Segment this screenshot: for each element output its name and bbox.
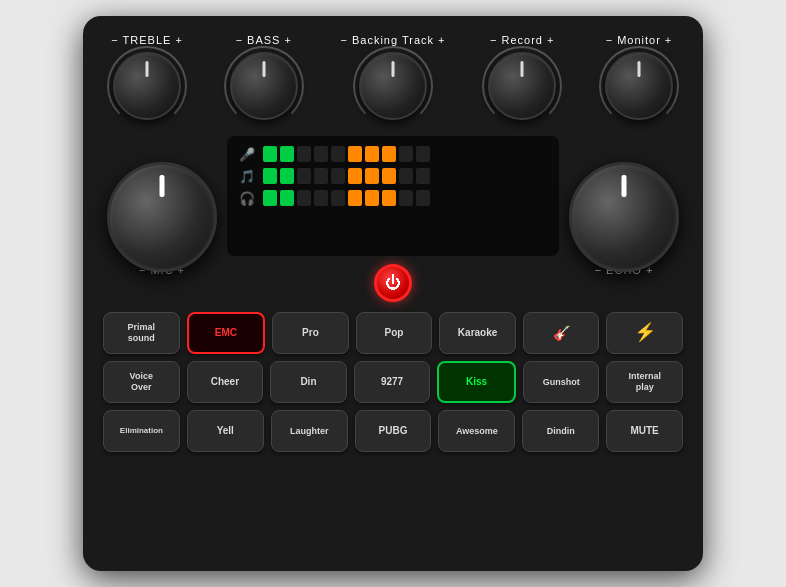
treble-knob-group: − TREBLE + [107,34,187,126]
awesome-button[interactable]: Awesome [438,410,515,452]
bass-label-text: BASS [247,34,280,46]
vu-bar [314,168,328,184]
lightning-icon: ⚡ [634,322,656,344]
bass-knob[interactable] [230,52,298,120]
bass-label: − BASS + [236,34,292,46]
power-button[interactable] [374,264,412,302]
cheer-button[interactable]: Cheer [187,361,264,403]
button-row-2: VoiceOver Cheer Din 9277 Kiss Gunshot In… [103,361,683,403]
headphone-icon: 🎧 [239,191,255,206]
record-knob[interactable] [488,52,556,120]
middle-section: − MIC + 🎤 [103,136,683,302]
vu-row-headphone: 🎧 [239,190,547,206]
vu-bar [382,190,396,206]
vu-bar [365,190,379,206]
backing-track-knob-outer [353,46,433,126]
vu-bar [263,168,277,184]
vu-bar [416,190,430,206]
backing-track-knob[interactable] [359,52,427,120]
laughter-button[interactable]: Laughter [271,410,348,452]
voice-over-button[interactable]: VoiceOver [103,361,180,403]
vu-bar [382,146,396,162]
vu-bar [416,146,430,162]
vu-bar [365,168,379,184]
vu-bars-headphone [263,190,430,206]
record-knob-group: − Record + [482,34,562,126]
vu-bar [314,146,328,162]
record-label: − Record + [490,34,554,46]
mic-knob-wrapper: − MIC + [107,162,217,276]
record-label-text: Record [501,34,542,46]
vu-bar [263,146,277,162]
echo-knob-wrapper: − ECHO + [569,162,679,276]
vu-bar [280,168,294,184]
kiss-button[interactable]: Kiss [437,361,516,403]
vu-bar [348,190,362,206]
vu-bar [365,146,379,162]
bass-knob-group: − BASS + [224,34,304,126]
vu-bars-music [263,168,430,184]
vu-row-music: 🎵 [239,168,547,184]
pro-button[interactable]: Pro [272,312,349,354]
buttons-section: Primalsound EMC Pro Pop Karaoke 🎸 ⚡ Voic… [103,312,683,452]
vu-section: 🎤 🎵 [227,136,559,302]
treble-knob-outer [107,46,187,126]
monitor-label-text: Monitor [617,34,661,46]
guitar-button[interactable]: 🎸 [523,312,600,354]
vu-bar [348,168,362,184]
karaoke-button[interactable]: Karaoke [439,312,516,354]
elimination-button[interactable]: Elimination [103,410,180,452]
button-row-3: Elimination Yell Laughter PUBG Awesome D… [103,410,683,452]
music-icon: 🎵 [239,169,255,184]
vu-bar [280,190,294,206]
dindin-button[interactable]: Dindin [522,410,599,452]
gunshot-button[interactable]: Gunshot [523,361,600,403]
power-btn-area [227,264,559,302]
vu-bar [382,168,396,184]
pubg-button[interactable]: PUBG [355,410,432,452]
primal-sound-button[interactable]: Primalsound [103,312,180,354]
9277-button[interactable]: 9277 [354,361,431,403]
treble-label: − TREBLE + [111,34,183,46]
vu-panel: 🎤 🎵 [227,136,559,256]
vu-bar [399,168,413,184]
top-knobs-row: − TREBLE + − BASS + − Backing Track + [103,34,683,126]
vu-bar [297,168,311,184]
treble-label-text: TREBLE [123,34,172,46]
din-button[interactable]: Din [270,361,347,403]
backing-track-label-text: Backing Track [352,34,434,46]
vu-bar [297,146,311,162]
monitor-knob-outer [599,46,679,126]
mute-button[interactable]: MUTE [606,410,683,452]
vu-bar [314,190,328,206]
vu-bars-mic [263,146,430,162]
vu-bar [331,190,345,206]
vu-bar [416,168,430,184]
button-row-1: Primalsound EMC Pro Pop Karaoke 🎸 ⚡ [103,312,683,354]
vu-bar [399,190,413,206]
vu-bar [348,146,362,162]
pop-button[interactable]: Pop [356,312,433,354]
internal-play-button[interactable]: Internalplay [606,361,683,403]
monitor-knob[interactable] [605,52,673,120]
bass-knob-outer [224,46,304,126]
echo-knob[interactable] [569,162,679,272]
vu-bar [331,168,345,184]
guitar-icon: 🎸 [553,325,570,342]
yell-button[interactable]: Yell [187,410,264,452]
mic-icon: 🎤 [239,147,255,162]
vu-bar [331,146,345,162]
monitor-knob-group: − Monitor + [599,34,679,126]
emc-button[interactable]: EMC [187,312,266,354]
vu-bar [297,190,311,206]
mic-knob[interactable] [107,162,217,272]
backing-track-knob-group: − Backing Track + [341,34,446,126]
vu-bar [280,146,294,162]
vu-bar [263,190,277,206]
lightning-button[interactable]: ⚡ [606,312,683,354]
treble-knob[interactable] [113,52,181,120]
sound-card-device: − TREBLE + − BASS + − Backing Track + [83,16,703,571]
vu-bar [399,146,413,162]
vu-row-mic: 🎤 [239,146,547,162]
monitor-label: − Monitor + [606,34,673,46]
